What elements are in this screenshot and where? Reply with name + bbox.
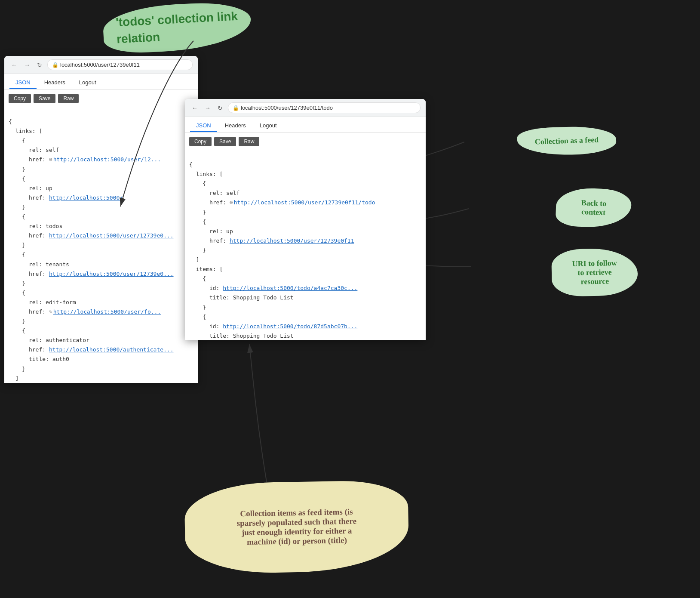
right-browser-tabs: JSON Headers Logout xyxy=(185,117,426,133)
left-url-text: localhost:5000/user/12739e0f11 xyxy=(60,62,140,68)
right-raw-button[interactable]: Raw xyxy=(239,137,259,146)
right-tab-logout[interactable]: Logout xyxy=(254,120,283,132)
right-browser-content: Copy Save Raw { links: [ { rel: self hre… xyxy=(185,133,426,341)
right-tab-headers[interactable]: Headers xyxy=(219,120,252,132)
left-save-button[interactable]: Save xyxy=(34,94,55,103)
right-save-button[interactable]: Save xyxy=(214,137,236,146)
left-browser-window: ← → ↻ 🔒 localhost:5000/user/12739e0f11 J… xyxy=(4,56,198,383)
collection-feed-blob: Collection as a feed xyxy=(517,125,617,157)
right-browser-window: ← → ↻ 🔒 localhost:5000/user/12739e0f11/t… xyxy=(185,99,426,340)
back-context-label: Back to context xyxy=(581,198,607,217)
left-tab-headers[interactable]: Headers xyxy=(38,77,71,89)
right-toolbar-buttons: Copy Save Raw xyxy=(189,137,421,146)
top-annotation-line1: 'todos' collection link xyxy=(115,9,238,29)
left-forward-button[interactable]: → xyxy=(22,61,32,69)
right-reload-button[interactable]: ↻ xyxy=(216,104,224,112)
feed-items-blob: Collection items as feed items (is spars… xyxy=(184,480,409,574)
right-url-text: localhost:5000/user/12739e0f11/todo xyxy=(241,105,333,111)
uri-follow-blob: URI to follow to retrieve resource xyxy=(551,248,638,296)
top-annotation-line2: relation xyxy=(116,30,160,46)
left-browser-content: Copy Save Raw { links: [ { rel: self hre… xyxy=(4,89,198,384)
right-back-button[interactable]: ← xyxy=(190,104,200,112)
left-copy-button[interactable]: Copy xyxy=(9,94,31,103)
collection-feed-label: Collection as a feed xyxy=(534,135,599,146)
right-url-icon: 🔒 xyxy=(233,105,239,111)
right-forward-button[interactable]: → xyxy=(203,104,212,112)
feed-items-label: Collection items as feed items (is spars… xyxy=(228,498,366,556)
right-browser-toolbar: ← → ↻ 🔒 localhost:5000/user/12739e0f11/t… xyxy=(185,99,426,117)
left-url-bar: 🔒 localhost:5000/user/12739e0f11 xyxy=(47,59,193,70)
right-json-content: { links: [ { rel: self href: ⊖http://loc… xyxy=(189,151,421,341)
left-browser-tabs: JSON Headers Logout xyxy=(4,74,198,89)
left-browser-toolbar: ← → ↻ 🔒 localhost:5000/user/12739e0f11 xyxy=(4,56,198,74)
right-url-bar: 🔒 localhost:5000/user/12739e0f11/todo xyxy=(228,102,421,113)
left-tab-json[interactable]: JSON xyxy=(9,77,37,89)
right-copy-button[interactable]: Copy xyxy=(189,137,212,146)
left-back-button[interactable]: ← xyxy=(9,61,19,69)
top-annotation: 'todos' collection link relation xyxy=(102,0,252,55)
left-raw-button[interactable]: Raw xyxy=(58,94,79,103)
left-toolbar-buttons: Copy Save Raw xyxy=(9,94,193,103)
left-url-icon: 🔒 xyxy=(52,62,58,68)
left-tab-logout[interactable]: Logout xyxy=(73,77,102,89)
left-reload-button[interactable]: ↻ xyxy=(35,61,44,69)
back-context-blob: Back to context xyxy=(555,187,632,228)
right-tab-json[interactable]: JSON xyxy=(190,120,217,132)
left-json-content: { links: [ { rel: self href: ⊖http://loc… xyxy=(9,108,193,384)
uri-follow-label: URI to follow to retrieve resource xyxy=(572,259,617,287)
